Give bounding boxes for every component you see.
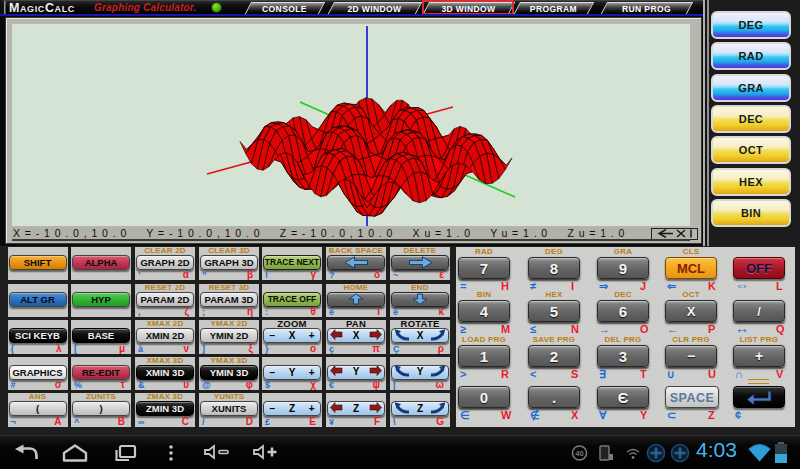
svg-text:40: 40 [575, 449, 583, 458]
